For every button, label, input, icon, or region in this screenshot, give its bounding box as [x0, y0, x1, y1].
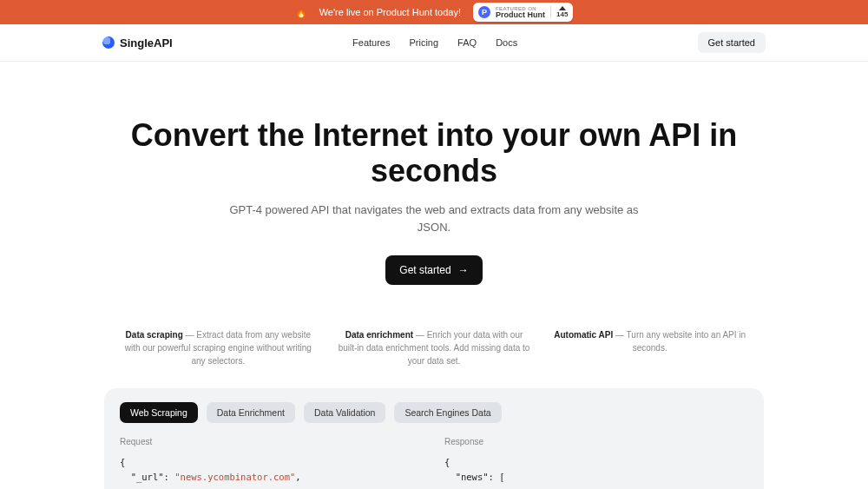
- feature-title: Data scraping: [126, 330, 183, 340]
- feature-data-enrichment: Data enrichment — Enrich your data with …: [338, 328, 531, 367]
- request-column: Request { "_url": "news.ycombinator.com"…: [120, 433, 424, 489]
- feature-title: Automatic API: [554, 330, 613, 340]
- brand-name: SingleAPI: [120, 36, 173, 50]
- brand-link[interactable]: SingleAPI: [102, 36, 173, 50]
- product-hunt-icon: P: [478, 6, 490, 18]
- nav-links: Features Pricing FAQ Docs: [352, 37, 517, 48]
- brand-logo-icon: [102, 36, 115, 49]
- announcement-banner: 🔥 We're live on Product Hunt today! P FE…: [0, 0, 868, 24]
- ph-vote-count: 145: [556, 11, 568, 18]
- request-code: { "_url": "news.ycombinator.com", "news"…: [120, 455, 424, 489]
- hero-get-started-button[interactable]: Get started →: [385, 255, 482, 285]
- arrow-right-icon: →: [458, 264, 469, 276]
- nav-link-docs[interactable]: Docs: [496, 37, 517, 48]
- response-column: Response { "news": [ { "title": "The 202…: [444, 433, 748, 489]
- request-label: Request: [120, 437, 424, 446]
- page-subtitle: GPT-4 powered API that navigates the web…: [226, 202, 642, 236]
- response-label: Response: [444, 437, 748, 446]
- tab-search-engines-data[interactable]: Search Engines Data: [394, 402, 501, 423]
- ph-site-label: Product Hunt: [496, 11, 545, 19]
- tab-web-scraping[interactable]: Web Scraping: [120, 402, 198, 423]
- response-code: { "news": [ { "title": "The 2022 State o…: [444, 455, 748, 489]
- hero: Convert the Internet into your own API i…: [104, 62, 764, 309]
- product-hunt-badge[interactable]: P FEATURED ON Product Hunt 145: [473, 3, 573, 22]
- ph-votes: 145: [550, 6, 568, 18]
- tab-data-validation[interactable]: Data Validation: [304, 402, 385, 423]
- nav-get-started-button[interactable]: Get started: [698, 32, 766, 53]
- announcement-text: We're live on Product Hunt today!: [319, 7, 461, 17]
- nav-link-pricing[interactable]: Pricing: [409, 37, 438, 48]
- nav-link-features[interactable]: Features: [352, 37, 390, 48]
- feature-body: Turn any website into an API in seconds.: [627, 330, 746, 353]
- nav-bar: SingleAPI Features Pricing FAQ Docs Get …: [0, 24, 868, 62]
- hero-cta-label: Get started: [399, 264, 450, 276]
- feature-row: Data scraping — Extract data from any we…: [104, 328, 764, 367]
- tab-data-enrichment[interactable]: Data Enrichment: [207, 402, 295, 423]
- nav-link-faq[interactable]: FAQ: [457, 37, 477, 48]
- feature-automatic-api: Automatic API — Turn any website into an…: [553, 328, 746, 367]
- page-title: Convert the Internet into your own API i…: [122, 117, 746, 189]
- feature-data-scraping: Data scraping — Extract data from any we…: [122, 328, 315, 367]
- demo-tabs: Web Scraping Data Enrichment Data Valida…: [120, 402, 748, 423]
- feature-title: Data enrichment: [345, 330, 413, 340]
- code-demo-panel: Web Scraping Data Enrichment Data Valida…: [104, 388, 764, 489]
- announcement-icon: 🔥: [295, 7, 307, 18]
